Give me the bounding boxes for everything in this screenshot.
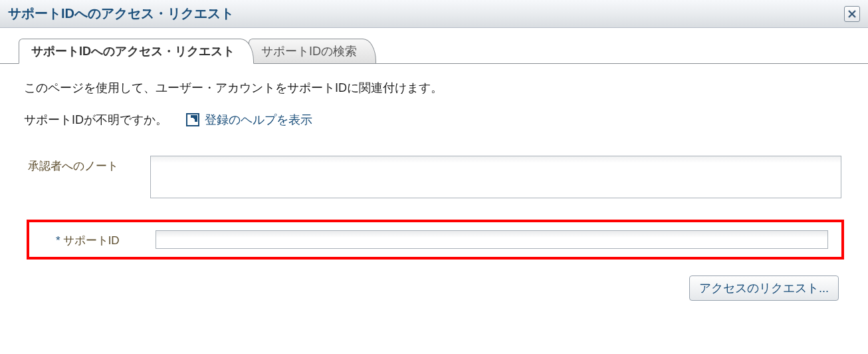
required-marker: *: [56, 234, 60, 247]
request-access-button-label: アクセスのリクエスト...: [699, 281, 829, 295]
approver-note-row: 承認者へのノート: [24, 156, 844, 198]
tab-label: サポートIDの検索: [261, 45, 357, 58]
help-row: サポートIDが不明ですか。 登録のヘルプを表示: [24, 112, 844, 128]
footer-row: アクセスのリクエスト...: [0, 275, 868, 301]
tab-search-support-id[interactable]: サポートIDの検索: [249, 39, 376, 63]
intro-text: このページを使用して、ユーザー・アカウントをサポートIDに関連付けます。: [24, 80, 844, 96]
approver-note-label: 承認者へのノート: [24, 156, 150, 174]
tab-content: このページを使用して、ユーザー・アカウントをサポートIDに関連付けます。 サポー…: [0, 64, 868, 220]
help-link-label: 登録のヘルプを表示: [205, 112, 312, 128]
request-access-button[interactable]: アクセスのリクエスト...: [689, 275, 839, 301]
tab-row: サポートIDへのアクセス・リクエスト サポートIDの検索: [0, 40, 868, 64]
approver-note-input[interactable]: [150, 156, 841, 198]
help-question: サポートIDが不明ですか。: [24, 112, 167, 128]
support-id-label-text: サポートID: [63, 234, 120, 247]
close-icon: [848, 10, 856, 18]
tab-request-access[interactable]: サポートIDへのアクセス・リクエスト: [19, 39, 254, 64]
support-id-input[interactable]: [156, 230, 828, 249]
support-id-row: *サポートID: [56, 230, 836, 249]
close-button[interactable]: [844, 6, 860, 22]
modal-header: サポートIDへのアクセス・リクエスト: [0, 0, 868, 28]
registration-help-link[interactable]: 登録のヘルプを表示: [186, 112, 312, 128]
modal-title: サポートIDへのアクセス・リクエスト: [8, 5, 234, 23]
support-id-label: *サポートID: [56, 230, 156, 248]
support-id-highlight: *サポートID: [27, 220, 844, 260]
external-link-icon: [186, 113, 199, 126]
tab-label: サポートIDへのアクセス・リクエスト: [31, 45, 235, 58]
